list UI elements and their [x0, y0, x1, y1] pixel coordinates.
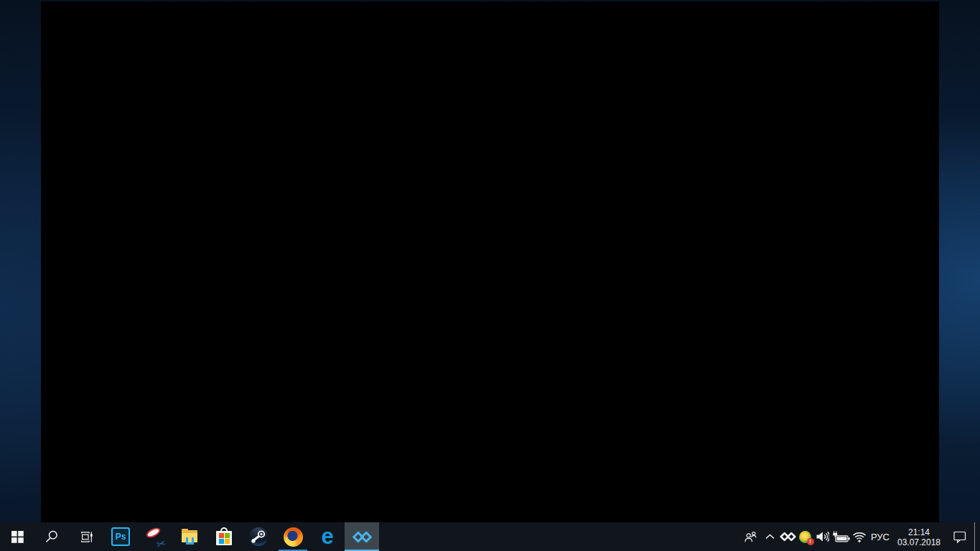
language-label: РУС	[871, 532, 890, 542]
wifi-icon	[852, 532, 867, 542]
taskbar-app-edge[interactable]: e	[310, 522, 345, 551]
taskbar-app-snipping-tool[interactable]: ✂	[138, 522, 172, 551]
windows-logo-icon	[11, 531, 24, 543]
photoshop-icon: Ps	[111, 527, 130, 546]
taskbar-app-firefox[interactable]	[276, 522, 310, 551]
task-view-button[interactable]	[69, 522, 103, 551]
taskbar-empty-area	[379, 522, 740, 551]
photoshop-icon-label: Ps	[116, 532, 126, 542]
search-icon	[45, 530, 58, 543]
volume-icon	[816, 531, 829, 542]
clock-date: 03.07.2018	[892, 537, 946, 547]
task-view-icon	[80, 531, 93, 543]
antivirus-icon: !	[799, 531, 811, 543]
battery-charging-icon	[832, 531, 850, 542]
system-tray: !	[740, 522, 980, 551]
taskbar-app-file-explorer[interactable]	[172, 522, 207, 551]
infinity-tray-icon	[780, 532, 796, 542]
volume-button[interactable]	[813, 522, 831, 551]
tray-infinity-app-button[interactable]	[779, 522, 796, 551]
battery-button[interactable]	[831, 522, 851, 551]
language-indicator[interactable]: РУС	[868, 522, 892, 551]
steam-icon	[249, 527, 268, 546]
action-center-icon	[953, 531, 966, 543]
edge-icon: e	[321, 527, 333, 546]
firefox-icon	[284, 527, 303, 547]
clock-time: 21:14	[892, 527, 946, 537]
taskbar-app-microsoft-store[interactable]	[207, 522, 241, 551]
tray-antivirus-button[interactable]: !	[796, 522, 813, 551]
black-application-window[interactable]	[41, 1, 939, 522]
taskbar-app-steam[interactable]	[241, 522, 276, 551]
people-button[interactable]	[740, 522, 760, 551]
tray-overflow-button[interactable]	[760, 522, 779, 551]
chevron-up-icon	[765, 534, 775, 540]
snipping-tool-icon: ✂	[145, 527, 165, 546]
clock-button[interactable]: 21:14 03.07.2018	[892, 522, 946, 551]
infinity-app-icon	[353, 531, 372, 543]
start-button[interactable]	[0, 522, 34, 551]
wifi-button[interactable]	[851, 522, 868, 551]
taskbar-app-infinity-capture-active[interactable]	[345, 522, 379, 551]
file-explorer-icon	[181, 528, 198, 545]
taskbar: Ps ✂	[0, 522, 980, 551]
search-button[interactable]	[34, 522, 69, 551]
taskbar-app-photoshop[interactable]: Ps	[103, 522, 138, 551]
action-center-button[interactable]	[946, 522, 974, 551]
people-icon	[744, 531, 757, 543]
antivirus-alert-badge: !	[807, 538, 814, 545]
microsoft-store-icon	[215, 527, 233, 546]
show-desktop-button[interactable]	[974, 522, 980, 551]
